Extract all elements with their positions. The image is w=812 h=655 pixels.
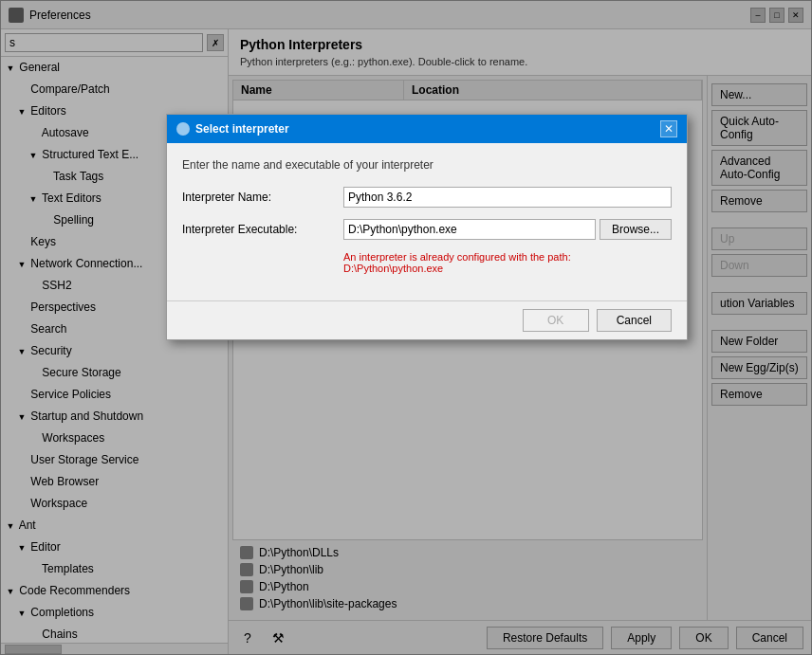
interpreter-error-text: An interpreter is already configured wit… [182, 251, 672, 274]
browse-button[interactable]: Browse... [600, 219, 672, 240]
modal-footer: OK Cancel [167, 300, 687, 339]
interpreter-executable-row: Interpreter Executable: Browse... [182, 219, 672, 240]
interpreter-name-row: Interpreter Name: [182, 187, 672, 208]
modal-cancel-button[interactable]: Cancel [597, 309, 672, 332]
modal-title-icon [176, 122, 190, 136]
select-interpreter-modal: Select interpreter ✕ Enter the name and … [166, 114, 688, 340]
interpreter-name-label: Interpreter Name: [182, 191, 343, 204]
interpreter-executable-label: Interpreter Executable: [182, 223, 343, 236]
interpreter-name-input[interactable] [343, 187, 672, 208]
modal-overlay: Select interpreter ✕ Enter the name and … [0, 0, 812, 655]
modal-body: Enter the name and executable of your in… [167, 143, 687, 300]
modal-title-bar: Select interpreter ✕ [167, 115, 687, 143]
modal-close-button[interactable]: ✕ [660, 120, 677, 137]
modal-subtitle: Enter the name and executable of your in… [182, 158, 672, 172]
modal-ok-button[interactable]: OK [523, 309, 589, 332]
interpreter-executable-input[interactable] [343, 219, 596, 240]
modal-title: Select interpreter [195, 122, 660, 136]
